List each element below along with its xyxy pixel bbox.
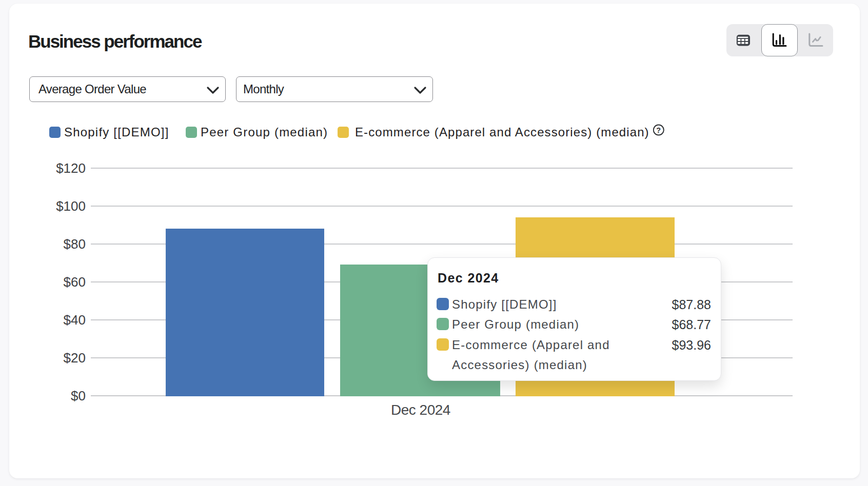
svg-text:?: ? — [656, 126, 661, 134]
